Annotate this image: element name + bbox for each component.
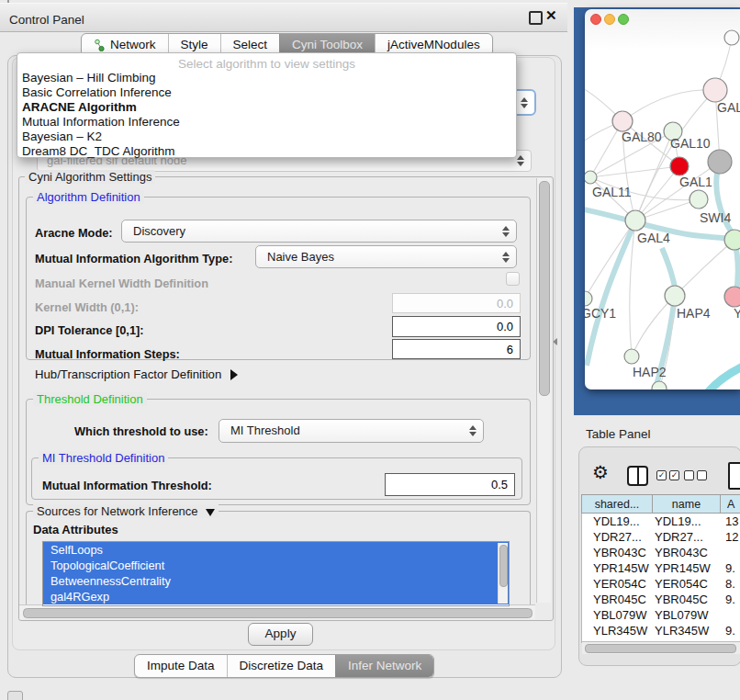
algorithm-option[interactable]: Bayesian – Hill Climbing <box>17 71 516 85</box>
algorithm-option[interactable]: Basic Correlation Inference <box>17 85 516 100</box>
kernel-width-field[interactable] <box>392 293 521 313</box>
column-header-partial[interactable]: A <box>720 494 740 514</box>
combo-stepper-icon <box>521 97 528 108</box>
label-gal7: GAL7 <box>717 100 740 115</box>
list-scrollbar-thumb[interactable] <box>499 545 508 587</box>
mac-zoom-button[interactable] <box>619 15 629 25</box>
algorithm-option[interactable]: Mutual Information Inference <box>17 115 516 130</box>
cell: YER054C <box>582 576 652 592</box>
close-icon[interactable]: ✕ <box>545 7 557 24</box>
attribute-list-item[interactable]: gal4RGexp <box>43 589 509 604</box>
cell: YDL19... <box>582 514 652 529</box>
attribute-list-item[interactable]: BetweennessCentrality <box>43 573 509 589</box>
cell <box>721 545 725 560</box>
panel-title: Control Panel <box>9 13 84 27</box>
network-canvas[interactable]: GAL7 GAL80 GAL10 GAL1 SWI4 GAL11 GAL4 GC… <box>585 9 740 390</box>
dpi-tolerance-field[interactable] <box>392 316 521 337</box>
table-row[interactable]: YER054CYER054C8. <box>582 576 740 592</box>
sources-title-label: Sources for Network Inference <box>37 504 198 518</box>
control-panel-titlebar: Control Panel <box>0 3 567 32</box>
settings-vscroll-thumb[interactable] <box>539 181 550 396</box>
mi-type-combo[interactable]: Naive Bayes <box>255 245 517 268</box>
cell: 9. <box>721 623 735 638</box>
list-scrollbar[interactable] <box>498 543 508 604</box>
dropdown-prompt: Select algorithm to view settings <box>17 57 516 71</box>
combo-stepper-icon <box>469 425 477 436</box>
node-unlabeled[interactable] <box>724 30 739 45</box>
manual-kernel-label: Manual Kernel Width Definition <box>35 277 208 290</box>
tab-discretize-data[interactable]: Discretize Data <box>227 655 336 677</box>
unchecked-box-icon <box>684 470 694 480</box>
algorithm-option[interactable]: Dream8 DC_TDC Algorithm <box>17 144 516 159</box>
deselect-all-checks-icon[interactable] <box>684 470 710 487</box>
which-threshold-combo[interactable]: MI Threshold <box>219 419 484 443</box>
algorithm-option-selected[interactable]: ARACNE Algorithm <box>17 100 516 115</box>
columns-icon[interactable] <box>627 466 648 486</box>
label-gal10: GAL10 <box>670 136 711 151</box>
mi-steps-field[interactable] <box>392 339 521 359</box>
sources-title[interactable]: Sources for Network Inference <box>33 504 219 518</box>
bottom-tabbar: Impute Data Discretize Data Infer Networ… <box>134 654 434 678</box>
label-hap4: HAP4 <box>677 306 711 321</box>
mac-minimize-button[interactable] <box>605 15 615 25</box>
cell: YPR145W <box>652 560 721 576</box>
table-row[interactable]: YPR145WYPR145W9. <box>582 560 740 576</box>
apply-button[interactable]: Apply <box>248 623 313 646</box>
combo-stepper-icon <box>517 155 524 166</box>
cyni-settings-title: Cyni Algorithm Settings <box>25 170 155 184</box>
table-horizontal-scrollbar[interactable] <box>582 641 740 654</box>
settings-hscroll-thumb[interactable] <box>23 608 533 618</box>
float-panel-icon[interactable] <box>529 11 543 25</box>
node-swi4[interactable] <box>724 230 740 250</box>
node-gcy1[interactable] <box>585 291 592 306</box>
table-row[interactable]: YLR345WYLR345W9. <box>582 623 740 638</box>
manual-kernel-checkbox[interactable] <box>506 272 520 286</box>
table-row[interactable]: YDR27...YDR27...12 <box>582 529 740 545</box>
cell: YBR045C <box>582 592 652 607</box>
label-gal80: GAL80 <box>622 130 662 144</box>
combo-stepper-icon <box>502 252 510 263</box>
algorithm-option[interactable]: Bayesian – K2 <box>17 130 516 144</box>
node-gal1[interactable] <box>690 190 708 209</box>
tab-infer-network[interactable]: Infer Network <box>335 655 433 677</box>
table-hscroll-thumb[interactable] <box>585 644 736 653</box>
tab-impute-data[interactable]: Impute Data <box>135 655 227 677</box>
settings-horizontal-scrollbar[interactable] <box>19 604 535 619</box>
cell: 12 <box>721 529 738 545</box>
attribute-list-item[interactable]: TopologicalCoefficient <box>43 558 509 573</box>
settings-vertical-scrollbar[interactable] <box>536 178 551 603</box>
mi-threshold-title: MI Threshold Definition <box>39 451 168 465</box>
minimized-panel-icon[interactable] <box>7 691 23 700</box>
aracne-mode-combo[interactable]: Discovery <box>121 220 517 243</box>
node-gal80[interactable] <box>612 111 633 131</box>
column-header-name[interactable]: name <box>652 494 721 514</box>
table-row[interactable]: YBR043CYBR043C <box>582 545 740 560</box>
gear-icon[interactable]: ⚙ <box>592 461 609 483</box>
table-row[interactable]: YBL079WYBL079W <box>582 607 740 623</box>
new-table-icon[interactable] <box>728 462 740 490</box>
attribute-list-item[interactable]: SelfLoops <box>43 542 509 558</box>
node-gray[interactable] <box>708 150 732 174</box>
mi-type-value: Naive Bayes <box>267 250 334 264</box>
algorithm-definition-title: Algorithm Definition <box>33 190 144 204</box>
select-all-checks-icon[interactable]: ✓✓ <box>656 470 682 487</box>
node-gal11[interactable] <box>585 171 597 184</box>
node-gal4[interactable] <box>625 210 645 231</box>
cell: YBR043C <box>652 545 721 560</box>
algorithm-dropdown-popup: Select algorithm to view settings Bayesi… <box>17 52 517 158</box>
mi-threshold-field[interactable] <box>385 473 515 496</box>
node-hap4[interactable] <box>665 286 685 306</box>
node-y[interactable] <box>724 287 740 307</box>
mac-close-button[interactable] <box>591 15 601 25</box>
node-hap2[interactable] <box>624 349 639 364</box>
column-header-shared[interactable]: shared... <box>581 494 653 514</box>
app-root: Control Panel ✕ Network Style Select Cyn… <box>0 0 740 700</box>
cell: YDL19... <box>652 514 721 529</box>
hub-definition-expander[interactable]: Hub/Transcription Factor Definition <box>35 367 238 381</box>
table-row[interactable]: YDL19...YDL19...13 <box>582 514 740 529</box>
table-row[interactable]: YBR045CYBR045C9. <box>582 592 740 607</box>
node-red-selected[interactable] <box>670 157 689 175</box>
label-gal11: GAL11 <box>592 185 632 199</box>
node-bottom[interactable] <box>652 381 667 390</box>
node-gal7[interactable] <box>703 78 727 102</box>
